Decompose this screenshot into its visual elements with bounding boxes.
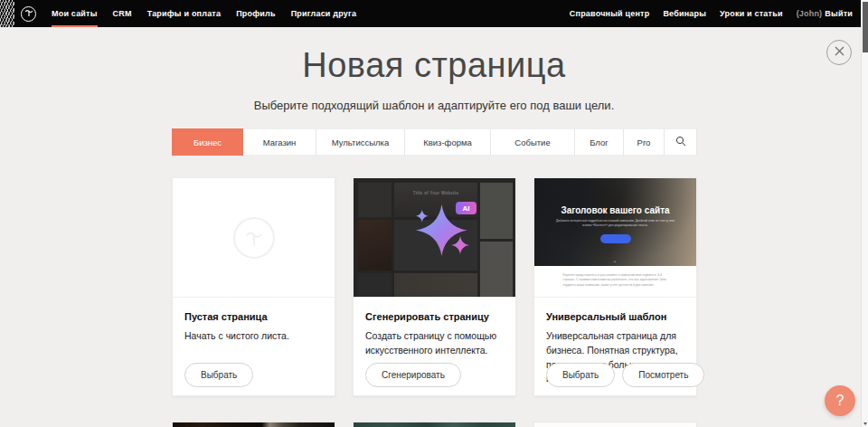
nav-invite-friend[interactable]: Пригласи друга: [291, 0, 356, 27]
chevron-down-icon: ⌄: [613, 258, 618, 263]
tab-event[interactable]: Событие: [491, 128, 575, 156]
template-category-tabs: Бизнес Магазин Мультиссылка Квиз-форма С…: [172, 128, 697, 156]
ai-badge: AI: [456, 202, 476, 214]
card-title: Пустая страница: [184, 311, 323, 322]
scrollbar-down-arrow[interactable]: [863, 422, 867, 425]
main-nav: Мои сайты CRM Тарифы и оплата Профиль Пр…: [52, 0, 356, 27]
card-universal-template: Заголовок вашего сайта Добавьте интересн…: [533, 177, 697, 396]
ai-generate-preview[interactable]: Title of Your Website: [354, 178, 515, 298]
card-title: Универсальный шаблон: [546, 311, 684, 322]
tab-pro[interactable]: Pro: [624, 128, 665, 156]
nav-help-center[interactable]: Справочный центр: [570, 0, 650, 27]
secondary-nav: Справочный центр Вебинары Уроки и статьи…: [570, 0, 853, 27]
universal-template-preview[interactable]: Заголовок вашего сайта Добавьте интересн…: [534, 178, 696, 298]
header-texture: [0, 0, 14, 27]
tilda-logo[interactable]: [21, 6, 36, 22]
template-card-partial[interactable]: [353, 422, 516, 427]
close-icon: [834, 45, 845, 60]
scrollbar-thumb[interactable]: [863, 2, 868, 52]
nav-lessons[interactable]: Уроки и статьи: [720, 0, 783, 27]
template-cards-row: Пустая страница Начать с чистого листа. …: [172, 177, 697, 396]
nav-webinars[interactable]: Вебинары: [663, 0, 706, 27]
card-actions: Выбрать: [184, 363, 253, 387]
tab-business[interactable]: Бизнес: [172, 128, 243, 156]
user-account: (John) Выйти: [797, 0, 853, 27]
card-body: Пустая страница Начать с чистого листа.: [173, 298, 335, 344]
page-title: Новая страница: [0, 47, 868, 85]
logout-link[interactable]: Выйти: [825, 9, 853, 18]
template-card-partial[interactable]: [533, 422, 697, 427]
card-blank-page: Пустая страница Начать с чистого листа. …: [172, 177, 335, 396]
help-button[interactable]: ?: [825, 385, 855, 416]
template-hero-cta-button: [600, 234, 631, 243]
card-body: Сгенерировать страницу Создать страницу …: [354, 298, 515, 358]
template-body-text: Коротко представьтесь и расскажите о ком…: [563, 273, 668, 288]
nav-tariffs[interactable]: Тарифы и оплата: [147, 0, 221, 27]
template-hero-subtitle: Добавьте интересные подробности о вашей …: [552, 219, 679, 229]
top-header: Мои сайты CRM Тарифы и оплата Профиль Пр…: [0, 0, 861, 27]
card-description: Начать с чистого листа.: [184, 329, 323, 344]
page-subtitle: Выберите подходящий шаблон и адаптируйте…: [0, 99, 868, 112]
card-ai-generate: Title of Your Website: [353, 177, 516, 396]
blank-page-preview[interactable]: [173, 178, 335, 298]
tab-search[interactable]: [665, 128, 697, 156]
tilda-logo-icon: [24, 5, 34, 22]
select-blank-button[interactable]: Выбрать: [184, 363, 253, 387]
nav-my-sites[interactable]: Мои сайты: [52, 0, 98, 27]
tab-quiz-form[interactable]: Квиз-форма: [405, 128, 491, 156]
template-hero-title: Заголовок вашего сайта: [534, 178, 696, 215]
nav-crm[interactable]: CRM: [113, 0, 132, 27]
generate-button[interactable]: Сгенерировать: [365, 363, 461, 387]
card-title: Сгенерировать страницу: [365, 311, 504, 322]
tab-blog[interactable]: Блог: [575, 128, 624, 156]
card-description: Создать страницу с помощью искусственног…: [365, 329, 504, 358]
select-template-button[interactable]: Выбрать: [546, 363, 615, 387]
scrollbar[interactable]: [861, 0, 868, 427]
template-cards-row-2: [172, 422, 697, 427]
card-actions: Выбрать Посмотреть: [546, 363, 704, 387]
search-icon: [675, 136, 686, 148]
nav-profile[interactable]: Профиль: [236, 0, 276, 27]
tilda-watermark-icon: [233, 217, 275, 259]
tab-multilink[interactable]: Мультиссылка: [316, 128, 405, 156]
ai-stars-icon: [354, 178, 515, 297]
user-name: (John): [797, 9, 823, 18]
preview-template-button[interactable]: Посмотреть: [622, 363, 704, 387]
template-hero: Заголовок вашего сайта Добавьте интересн…: [534, 178, 696, 266]
tab-store[interactable]: Магазин: [243, 128, 316, 156]
card-actions: Сгенерировать: [365, 363, 461, 387]
close-button[interactable]: [826, 40, 852, 65]
template-card-partial[interactable]: [172, 422, 335, 427]
template-body-section: Коротко представьтесь и расскажите о ком…: [534, 273, 696, 298]
